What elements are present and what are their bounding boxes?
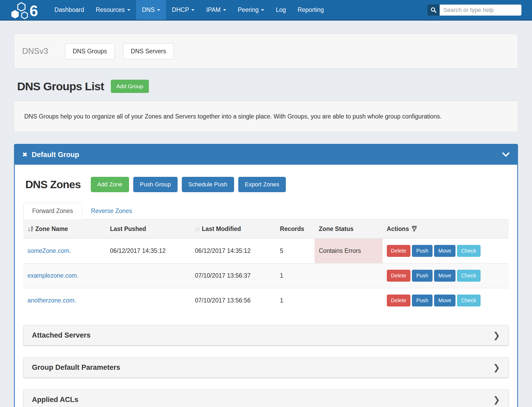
accordion-applied-acls[interactable]: Applied ACLs❯	[23, 389, 509, 407]
nav-item-ipam[interactable]: IPAM	[200, 0, 232, 20]
move-button[interactable]: Move	[434, 270, 455, 282]
dns-groups-button[interactable]: DNS Groups	[65, 43, 115, 59]
table-row: examplezone.com.07/10/2017 13:56:371Dele…	[23, 263, 509, 288]
sort-alpha-icon[interactable]: ↓AZ	[27, 225, 33, 233]
records-cell: 5	[276, 239, 315, 263]
close-icon[interactable]: ✖	[22, 151, 27, 158]
caret-down-icon	[191, 9, 194, 11]
group-accordions: Attached Servers❯Group Default Parameter…	[23, 325, 509, 407]
export-zones-button[interactable]: Export Zones	[238, 177, 286, 192]
push-button[interactable]: Push	[412, 295, 433, 306]
caret-down-icon	[127, 9, 130, 11]
zone-status-cell: Contains Errors	[315, 239, 383, 263]
zones-table-header-row: ↓AZZone NameLast Pushed↓↑Last ModifiedRe…	[23, 219, 509, 239]
push-button[interactable]: Push	[412, 270, 433, 282]
nav-item-log[interactable]: Log	[270, 0, 292, 20]
column-header-last-modified: ↓↑Last Modified	[191, 219, 276, 239]
nav-item-label: IPAM	[206, 6, 221, 13]
nav-item-peering[interactable]: Peering	[232, 0, 270, 20]
nav-item-label: DHCP	[172, 6, 189, 13]
zone-status-cell	[315, 263, 383, 288]
zone-link[interactable]: anotherzone.com.	[27, 297, 76, 304]
dnsv3-card: DNSv3 DNS GroupsDNS Servers	[14, 34, 518, 69]
nav-item-dns[interactable]: DNS	[136, 0, 166, 20]
check-button[interactable]: Check	[457, 245, 481, 257]
dns-servers-button[interactable]: DNS Servers	[123, 43, 174, 59]
last-modified-cell: 07/10/2017 13:56:37	[191, 263, 276, 288]
dns-zones-title: DNS Zones	[25, 178, 81, 191]
push-group-button[interactable]: Push Group	[133, 177, 177, 192]
main-nav: DashboardResourcesDNSDHCPIPAMPeeringLogR…	[49, 0, 330, 20]
nav-item-dashboard[interactable]: Dashboard	[49, 0, 90, 20]
column-header-zone-name: ↓AZZone Name	[23, 219, 106, 239]
accordion-attached-servers[interactable]: Attached Servers❯	[23, 325, 509, 346]
actions-cell: DeletePushMoveCheck	[383, 263, 509, 288]
add-group-button[interactable]: Add Group	[111, 80, 149, 93]
tab-reverse-zones[interactable]: Reverse Zones	[82, 203, 141, 219]
records-cell: 1	[276, 288, 315, 313]
move-button[interactable]: Move	[434, 245, 455, 257]
last-pushed-cell	[106, 263, 191, 288]
column-header-last-pushed: Last Pushed	[106, 219, 191, 239]
nav-item-resources[interactable]: Resources	[90, 0, 136, 20]
nav-item-reporting[interactable]: Reporting	[292, 0, 330, 20]
search-input[interactable]	[440, 4, 521, 16]
filter-icon[interactable]	[412, 226, 417, 231]
magnifier-icon	[430, 7, 437, 13]
tab-forward-zones[interactable]: Forward Zones	[23, 203, 82, 219]
records-cell: 1	[276, 263, 315, 288]
column-label: Zone Status	[319, 225, 354, 232]
caret-down-icon	[223, 9, 226, 11]
column-header-actions: Actions	[383, 219, 509, 239]
zones-header: DNS Zones Add ZonePush GroupSchedule Pus…	[25, 177, 509, 192]
dnsv3-title: DNSv3	[22, 46, 48, 56]
accordion-group-default-parameters[interactable]: Group Default Parameters❯	[23, 357, 509, 378]
last-pushed-cell: 06/12/2017 14:35:12	[106, 239, 191, 263]
zone-name-cell: anotherzone.com.	[23, 288, 106, 313]
check-button[interactable]: Check	[457, 270, 481, 282]
search-group	[428, 4, 521, 16]
search-icon[interactable]	[428, 4, 440, 16]
top-navbar: 6 DashboardResourcesDNSDHCPIPAMPeeringLo…	[0, 0, 532, 21]
zones-table: ↓AZZone NameLast Pushed↓↑Last ModifiedRe…	[23, 219, 509, 313]
row-actions: DeletePushMoveCheck	[387, 270, 505, 282]
zone-name-cell: someZone.com.	[23, 239, 106, 263]
caret-down-icon	[261, 9, 264, 11]
default-group-panel: ✖ Default Group DNS Zones Add ZonePush G…	[14, 144, 518, 407]
chevron-right-icon: ❯	[493, 330, 500, 340]
push-button[interactable]: Push	[412, 245, 433, 257]
logo-text: 6	[30, 2, 37, 20]
dnsv3-buttons: DNS GroupsDNS Servers	[65, 43, 174, 59]
delete-button[interactable]: Delete	[387, 270, 411, 282]
table-row: anotherzone.com.07/10/2017 13:56:561Dele…	[23, 288, 509, 313]
nav-item-dhcp[interactable]: DHCP	[166, 0, 200, 20]
sort-icon[interactable]: ↓↑	[195, 225, 200, 232]
delete-button[interactable]: Delete	[387, 245, 411, 257]
check-button[interactable]: Check	[457, 295, 481, 306]
schedule-push-button[interactable]: Schedule Push	[182, 177, 234, 192]
nav-item-label: Reporting	[298, 6, 324, 13]
group-title: Default Group	[32, 151, 79, 159]
move-button[interactable]: Move	[434, 295, 455, 306]
default-group-header[interactable]: ✖ Default Group	[15, 145, 517, 165]
delete-button[interactable]: Delete	[387, 295, 411, 306]
chevron-right-icon: ❯	[493, 395, 500, 405]
caret-down-icon	[157, 9, 160, 11]
zones-action-buttons: Add ZonePush GroupSchedule PushExport Zo…	[87, 177, 286, 192]
add-zone-button[interactable]: Add Zone	[91, 177, 129, 192]
page-title: DNS Groups List	[17, 80, 104, 93]
nav-item-label: Resources	[96, 6, 125, 13]
actions-cell: DeletePushMoveCheck	[383, 239, 509, 263]
last-modified-cell: 07/10/2017 13:56:56	[191, 288, 276, 313]
chevron-down-icon[interactable]	[502, 152, 510, 157]
row-actions: DeletePushMoveCheck	[387, 245, 505, 257]
last-modified-cell: 06/12/2017 14:35:12	[191, 239, 276, 263]
app-logo[interactable]: 6	[11, 2, 37, 20]
zone-link[interactable]: someZone.com.	[27, 247, 71, 254]
column-label: Last Pushed	[110, 225, 146, 232]
column-label: Zone Name	[35, 225, 68, 232]
nav-item-label: Dashboard	[54, 6, 84, 13]
zone-link[interactable]: examplezone.com.	[27, 272, 78, 279]
column-label: Records	[280, 225, 304, 232]
row-actions: DeletePushMoveCheck	[387, 295, 505, 306]
